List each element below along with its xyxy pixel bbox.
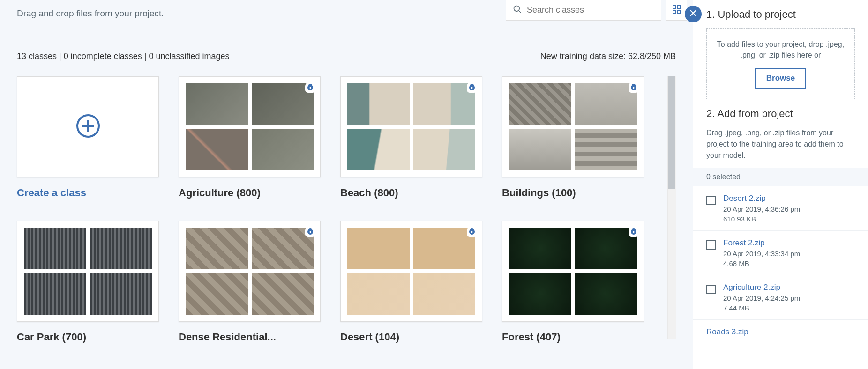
- file-checkbox[interactable]: [706, 196, 716, 205]
- close-panel-button[interactable]: [685, 6, 702, 22]
- class-thumb: [575, 273, 637, 315]
- class-thumb: [509, 83, 571, 125]
- negative-badge-icon: [629, 81, 639, 93]
- class-thumb: [186, 83, 248, 125]
- class-card[interactable]: Dense Residential...: [179, 221, 321, 343]
- file-date: 20 Apr 2019, 4:36:26 pm: [723, 205, 855, 213]
- class-thumb: [252, 228, 314, 269]
- svg-rect-18: [471, 231, 472, 233]
- file-size: 610.93 KB: [723, 215, 855, 223]
- file-row[interactable]: Forest 2.zip20 Apr 2019, 4:33:34 pm4.68 …: [693, 231, 868, 275]
- class-thumb: [24, 273, 86, 315]
- class-thumb: [413, 273, 476, 315]
- file-date: 20 Apr 2019, 4:24:25 pm: [723, 294, 855, 302]
- class-thumb: [90, 228, 152, 269]
- class-thumb-frame: [502, 221, 644, 322]
- class-thumb: [509, 273, 571, 315]
- upload-section-title: 1. Upload to project: [706, 8, 855, 21]
- browse-button[interactable]: Browse: [755, 68, 806, 89]
- svg-rect-16: [310, 231, 311, 233]
- file-row[interactable]: Desert 2.zip20 Apr 2019, 4:36:26 pm610.9…: [693, 186, 868, 231]
- project-file-list: Desert 2.zip20 Apr 2019, 4:36:26 pm610.9…: [693, 186, 868, 337]
- class-thumb: [24, 228, 86, 269]
- class-card-title: Dense Residential...: [179, 331, 321, 343]
- class-cards-grid: Create a class Agriculture (800)Beach (8…: [17, 76, 664, 343]
- class-thumb: [347, 129, 410, 170]
- svg-rect-2: [673, 6, 676, 8]
- class-thumb-frame: [340, 76, 482, 177]
- side-panel: 1. Upload to project To add files to you…: [693, 0, 868, 369]
- class-thumb: [186, 273, 248, 315]
- file-name: Forest 2.zip: [723, 238, 855, 248]
- class-card-title: Buildings (100): [502, 187, 644, 199]
- close-icon: [689, 9, 697, 19]
- class-thumb: [347, 228, 410, 269]
- file-name: Desert 2.zip: [723, 194, 855, 203]
- class-card-title: Agriculture (800): [179, 187, 321, 199]
- search-box[interactable]: [506, 0, 661, 21]
- class-thumb: [347, 83, 410, 125]
- class-card[interactable]: Car Park (700): [17, 221, 159, 343]
- upload-dropzone[interactable]: To add files to your project, drop .jpeg…: [706, 28, 855, 99]
- class-card-title: Forest (407): [502, 331, 644, 343]
- class-card-title: Beach (800): [340, 187, 482, 199]
- file-name: Roads 3.zip: [706, 327, 855, 337]
- svg-point-0: [514, 6, 520, 11]
- class-card[interactable]: Forest (407): [502, 221, 644, 343]
- class-thumb: [252, 83, 314, 125]
- svg-rect-4: [673, 10, 676, 13]
- negative-badge-icon: [629, 226, 639, 237]
- class-thumb: [509, 228, 571, 269]
- class-thumb-frame: [502, 76, 644, 177]
- class-thumb: [186, 228, 248, 269]
- add-section-description: Drag .jpeg, .png, or .zip files from you…: [706, 127, 855, 161]
- stats-left: 13 classes | 0 incomplete classes | 0 un…: [17, 52, 230, 61]
- svg-rect-5: [678, 10, 681, 13]
- svg-rect-20: [633, 231, 634, 233]
- class-thumb-frame: [17, 221, 159, 322]
- search-icon: [513, 5, 522, 16]
- class-thumb: [252, 273, 314, 315]
- grid-icon: [673, 5, 681, 15]
- file-name: Agriculture 2.zip: [723, 283, 855, 292]
- class-thumb: [413, 83, 476, 125]
- class-card[interactable]: Beach (800): [340, 76, 482, 199]
- search-input[interactable]: [527, 5, 654, 15]
- scrollbar[interactable]: ▲: [667, 76, 676, 339]
- svg-rect-14: [633, 87, 634, 89]
- class-thumb: [347, 273, 410, 315]
- file-row[interactable]: Roads 3.zip: [693, 320, 868, 337]
- class-thumb: [413, 228, 476, 269]
- svg-rect-3: [678, 6, 681, 8]
- class-thumb: [413, 129, 476, 170]
- class-thumb: [575, 129, 637, 170]
- class-card[interactable]: Buildings (100): [502, 76, 644, 199]
- class-thumb: [252, 129, 314, 170]
- file-checkbox[interactable]: [706, 240, 716, 250]
- create-class-label: Create a class: [17, 187, 159, 199]
- class-thumb: [90, 273, 152, 315]
- main-area: Drag and drop files from your project. 1…: [0, 0, 693, 369]
- class-thumb: [575, 83, 637, 125]
- dropzone-text: To add files to your project, drop .jpeg…: [715, 39, 846, 60]
- file-size: 7.44 MB: [723, 304, 855, 312]
- class-thumb-frame: [179, 221, 321, 322]
- scrollbar-thumb[interactable]: [668, 76, 675, 189]
- class-card[interactable]: Agriculture (800): [179, 76, 321, 199]
- plus-circle-icon: [75, 113, 101, 140]
- file-row[interactable]: Agriculture 2.zip20 Apr 2019, 4:24:25 pm…: [693, 275, 868, 320]
- class-card-title: Desert (104): [340, 331, 482, 343]
- class-card[interactable]: Desert (104): [340, 221, 482, 343]
- stats-row: 13 classes | 0 incomplete classes | 0 un…: [17, 52, 676, 61]
- negative-badge-icon: [305, 81, 315, 93]
- add-section-title: 2. Add from project: [706, 108, 855, 120]
- grid-view-toggle[interactable]: [666, 0, 687, 21]
- file-checkbox[interactable]: [706, 285, 716, 294]
- class-thumb-frame: [340, 221, 482, 322]
- create-class-card[interactable]: Create a class: [17, 76, 159, 199]
- class-thumb: [186, 129, 248, 170]
- negative-badge-icon: [467, 81, 477, 93]
- negative-badge-icon: [305, 226, 315, 237]
- class-thumb: [509, 129, 571, 170]
- file-date: 20 Apr 2019, 4:33:34 pm: [723, 250, 855, 258]
